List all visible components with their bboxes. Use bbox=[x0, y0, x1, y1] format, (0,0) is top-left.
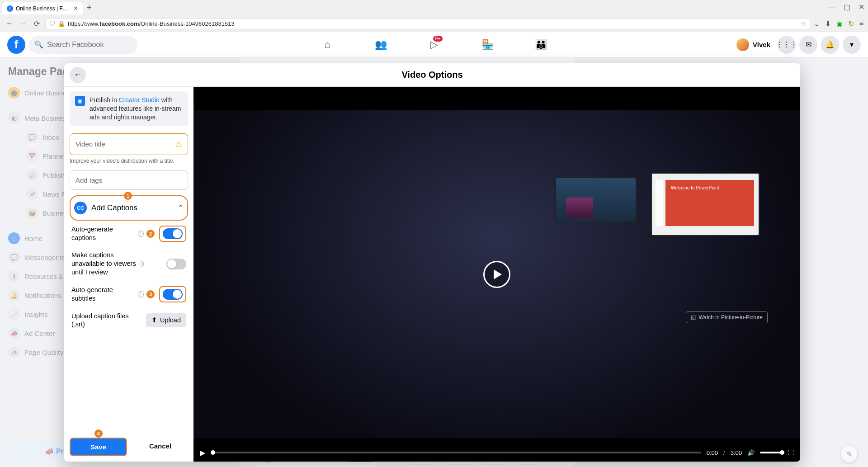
address-bar: ← → ⟳ 🛡 🔒 https://www.facebook.com/Onlin… bbox=[0, 15, 868, 32]
ppt-title: Welcome to PowerPoint bbox=[671, 185, 749, 190]
extension-icon-2[interactable]: ↻ bbox=[848, 19, 854, 28]
volume-slider[interactable] bbox=[760, 452, 783, 453]
username[interactable]: Vivek bbox=[753, 41, 770, 48]
download-icon[interactable]: ⬇ bbox=[825, 19, 831, 28]
facebook-logo[interactable]: f bbox=[7, 36, 25, 54]
url-input[interactable]: 🛡 🔒 https://www.facebook.com/Online-Busi… bbox=[45, 18, 810, 29]
options-panel: ▣ Publish in Creator Studio with advance… bbox=[64, 87, 193, 462]
review-captions-toggle[interactable] bbox=[166, 259, 186, 269]
title-hint: Improve your video's distribution with a… bbox=[70, 158, 188, 164]
modal-header: ← Video Options bbox=[64, 63, 800, 87]
close-icon[interactable]: ✕ bbox=[73, 5, 78, 12]
warning-icon: ⚠ bbox=[175, 139, 182, 149]
back-icon[interactable]: ← bbox=[5, 19, 14, 28]
center-nav: ⌂ 👥 ▷ 9+ 🏪 👪 bbox=[302, 34, 566, 56]
info-icon[interactable]: i bbox=[138, 231, 144, 237]
video-options-modal: ← Video Options ▣ Publish in Creator Stu… bbox=[64, 63, 800, 462]
info-icon: ℹ bbox=[8, 270, 20, 282]
shield-icon: 🛡 bbox=[49, 20, 55, 27]
review-captions-label: Make captions unavailable to viewers unt… bbox=[71, 251, 139, 277]
volume-icon[interactable]: 🔊 bbox=[747, 449, 755, 456]
play-button[interactable] bbox=[483, 261, 510, 288]
modal-title: Video Options bbox=[401, 70, 462, 80]
auto-captions-label: Auto-generate captions bbox=[71, 225, 136, 242]
auto-subtitles-label: Auto-generate subtitles bbox=[71, 286, 136, 303]
add-captions-section[interactable]: CC Add Captions ⌃ bbox=[70, 195, 188, 221]
bell-icon[interactable]: 🔔 bbox=[821, 36, 839, 54]
cancel-button[interactable]: Cancel bbox=[132, 438, 188, 456]
marketplace-nav[interactable]: 🏪 bbox=[462, 34, 512, 56]
apps-icon: 📦 bbox=[26, 207, 38, 219]
extension-icon[interactable]: ◉ bbox=[836, 19, 843, 28]
close-window-icon[interactable]: ✕ bbox=[859, 3, 864, 11]
annotation-badge-4: 4 bbox=[94, 429, 103, 438]
page-avatar-icon: ⬤ bbox=[8, 87, 20, 99]
info-icon[interactable]: i bbox=[141, 261, 144, 267]
suite-icon: ◐ bbox=[8, 112, 20, 124]
play-icon[interactable]: ▶ bbox=[200, 448, 205, 457]
back-button[interactable]: ← bbox=[70, 67, 86, 83]
upload-srt-label: Upload caption files (.srt) bbox=[71, 312, 144, 329]
pip-button[interactable]: ◱ Watch in Picture-in-Picture bbox=[686, 311, 768, 323]
creator-studio-link[interactable]: Creator Studio bbox=[119, 96, 160, 104]
tab-strip: f Online Business | Facebook ✕ + — ▢ ✕ bbox=[0, 0, 868, 15]
account-dropdown-icon[interactable]: ▾ bbox=[843, 36, 861, 54]
upload-button[interactable]: ⬆ Upload bbox=[146, 313, 186, 327]
annotation-badge-2: 2 bbox=[146, 230, 155, 238]
fullscreen-icon[interactable]: ⛶ bbox=[788, 449, 794, 456]
tags-placeholder: Add tags bbox=[75, 176, 102, 184]
watch-badge: 9+ bbox=[433, 36, 443, 42]
video-preview: Welcome to PowerPoint ◱ Watch in Picture… bbox=[193, 87, 800, 462]
cc-icon: CC bbox=[74, 202, 87, 214]
bell-icon: 🔔 bbox=[8, 289, 20, 301]
hamburger-icon[interactable]: ≡ bbox=[859, 19, 863, 28]
lock-icon: 🔒 bbox=[58, 20, 65, 27]
maximize-icon[interactable]: ▢ bbox=[844, 3, 850, 11]
video-title-input[interactable]: Video title ⚠ bbox=[70, 133, 188, 155]
creator-studio-icon: ▣ bbox=[75, 96, 85, 106]
upload-srt-row: Upload caption files (.srt) ⬆ Upload bbox=[70, 307, 188, 334]
home-nav[interactable]: ⌂ bbox=[302, 34, 352, 56]
watch-nav[interactable]: ▷ 9+ bbox=[409, 34, 459, 56]
url-text: https://www.facebook.com/Online-Business… bbox=[68, 20, 235, 27]
modal-footer: 4 Save Cancel bbox=[64, 434, 193, 462]
creator-studio-banner: ▣ Publish in Creator Studio with advance… bbox=[70, 91, 188, 126]
pocket-icon[interactable]: ⌄ bbox=[814, 19, 820, 28]
megaphone-icon: 📣 bbox=[8, 327, 20, 339]
current-time: 0:00 bbox=[707, 449, 718, 456]
scrubber[interactable] bbox=[211, 452, 701, 453]
total-time: 3:00 bbox=[731, 449, 742, 456]
news-icon: 🗞 bbox=[26, 188, 38, 200]
annotation-badge-3: 3 bbox=[146, 290, 155, 298]
browser-tab[interactable]: f Online Business | Facebook ✕ bbox=[2, 2, 83, 14]
inbox-icon: 💬 bbox=[26, 131, 38, 143]
friends-nav[interactable]: 👥 bbox=[356, 34, 406, 56]
save-button[interactable]: 4 Save bbox=[70, 438, 127, 456]
calendar-icon: 📅 bbox=[26, 150, 38, 162]
bookmark-icon[interactable]: ☆ bbox=[801, 20, 806, 27]
auto-subtitles-toggle[interactable] bbox=[163, 289, 183, 300]
search-input[interactable]: 🔍 Search Facebook bbox=[29, 36, 137, 54]
facebook-favicon: f bbox=[7, 5, 13, 12]
info-icon[interactable]: i bbox=[138, 291, 144, 297]
minimize-icon[interactable]: — bbox=[828, 3, 835, 11]
auto-subtitles-row: Auto-generate subtitles i 3 bbox=[70, 281, 188, 307]
tab-title: Online Business | Facebook bbox=[16, 5, 71, 12]
browser-chrome: f Online Business | Facebook ✕ + — ▢ ✕ ←… bbox=[0, 0, 868, 32]
forward-icon[interactable]: → bbox=[18, 19, 28, 28]
avatar[interactable] bbox=[736, 38, 749, 51]
video-title-placeholder: Video title bbox=[75, 140, 105, 148]
menu-grid-icon[interactable]: ⋮⋮⋮ bbox=[778, 36, 796, 54]
publish-icon: 📰 bbox=[26, 169, 38, 181]
tags-input[interactable]: Add tags bbox=[70, 170, 188, 190]
edit-fab-icon[interactable]: ✎ bbox=[841, 446, 857, 462]
messenger-icon[interactable]: ✉ bbox=[799, 36, 817, 54]
new-tab-button[interactable]: + bbox=[83, 0, 95, 15]
quality-icon: ◔ bbox=[8, 346, 20, 358]
chart-icon: 📈 bbox=[8, 308, 20, 320]
groups-nav[interactable]: 👪 bbox=[516, 34, 566, 56]
auto-captions-toggle[interactable] bbox=[163, 228, 183, 239]
reload-icon[interactable]: ⟳ bbox=[32, 19, 42, 28]
video-controls: ▶ 0:00 / 3:00 🔊 ⛶ bbox=[193, 443, 800, 462]
monitor-left bbox=[555, 177, 637, 222]
